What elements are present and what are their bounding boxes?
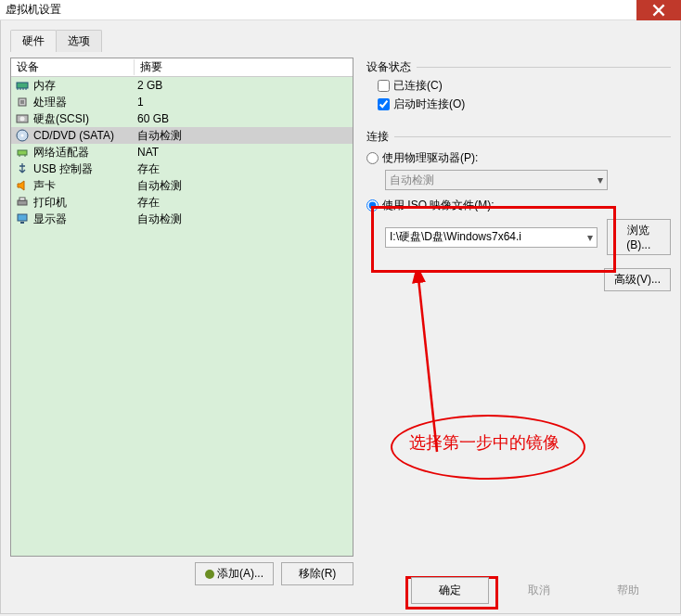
iso-label: 使用 ISO 映像文件(M): — [382, 198, 495, 213]
help-button[interactable]: 帮助 — [589, 578, 667, 603]
net-icon — [15, 146, 30, 159]
physical-radio[interactable] — [366, 152, 379, 164]
physical-select: 自动检测 ▾ — [385, 170, 608, 190]
chevron-down-icon: ▾ — [597, 173, 603, 186]
connected-label: 已连接(C) — [393, 78, 443, 94]
iso-radio[interactable] — [366, 199, 379, 212]
footer: 确定 取消 帮助 — [411, 577, 667, 604]
connected-checkbox[interactable] — [378, 80, 390, 92]
header-device: 设备 — [11, 59, 135, 75]
svg-rect-8 — [18, 200, 27, 205]
poweron-checkbox[interactable] — [378, 98, 390, 110]
physical-label: 使用物理驱动器(P): — [382, 150, 478, 166]
device-row[interactable]: 处理器1 — [11, 94, 353, 110]
device-row[interactable]: 内存2 GB — [11, 77, 353, 94]
device-summary: 自动检测 — [137, 128, 353, 144]
iso-path-select[interactable]: I:\硬盘\D盘\Windows7x64.i ▾ — [385, 227, 597, 248]
chevron-down-icon[interactable]: ▾ — [587, 231, 593, 244]
advanced-button[interactable]: 高级(V)... — [604, 268, 671, 291]
device-summary: 自动检测 — [137, 178, 353, 194]
display-icon — [15, 212, 30, 225]
ok-button[interactable]: 确定 — [411, 577, 489, 604]
device-header: 设备 摘要 — [11, 58, 353, 77]
cancel-button[interactable]: 取消 — [500, 578, 578, 603]
svg-rect-9 — [19, 198, 25, 200]
device-name: 显示器 — [33, 212, 137, 227]
device-name: 硬盘(SCSI) — [33, 111, 137, 127]
titlebar: 虚拟机设置 — [0, 0, 681, 20]
remove-button[interactable]: 移除(R) — [281, 562, 353, 585]
device-summary: 存在 — [137, 161, 353, 177]
device-row[interactable]: 打印机存在 — [11, 194, 353, 211]
device-row[interactable]: USB 控制器存在 — [11, 160, 353, 177]
window-title: 虚拟机设置 — [6, 2, 61, 18]
svg-rect-0 — [17, 83, 28, 88]
svg-point-4 — [20, 117, 25, 122]
device-row[interactable]: CD/DVD (SATA)自动检测 — [11, 127, 353, 144]
device-row[interactable]: 声卡自动检测 — [11, 177, 353, 194]
device-summary: 存在 — [137, 195, 353, 211]
hdd-icon — [15, 112, 30, 125]
device-summary: NAT — [137, 146, 353, 159]
window-body: 硬件 选项 设备 摘要 内存2 GB处理器1硬盘(SCSI)60 GBCD/DV… — [0, 20, 681, 614]
device-rows: 内存2 GB处理器1硬盘(SCSI)60 GBCD/DVD (SATA)自动检测… — [11, 77, 353, 556]
device-table: 设备 摘要 内存2 GB处理器1硬盘(SCSI)60 GBCD/DVD (SAT… — [10, 58, 353, 557]
svg-rect-7 — [18, 150, 27, 155]
device-name: 内存 — [33, 78, 137, 94]
poweron-label: 启动时连接(O) — [393, 96, 465, 112]
left-panel: 设备 摘要 内存2 GB处理器1硬盘(SCSI)60 GBCD/DVD (SAT… — [10, 58, 353, 585]
device-name: 打印机 — [33, 195, 137, 211]
device-name: 处理器 — [33, 95, 137, 110]
svg-rect-10 — [18, 214, 27, 221]
device-summary: 60 GB — [137, 112, 353, 125]
device-summary: 1 — [137, 96, 353, 109]
svg-rect-2 — [20, 100, 24, 104]
cpu-icon — [15, 96, 30, 109]
device-name: 声卡 — [33, 178, 137, 194]
tab-hardware[interactable]: 硬件 — [10, 30, 57, 52]
device-name: CD/DVD (SATA) — [33, 129, 137, 142]
cd-icon — [15, 129, 30, 142]
right-panel: 设备状态 已连接(C) 启动时连接(O) 连接 使用物理驱动器(P): 自动检测… — [366, 58, 671, 585]
device-row[interactable]: 显示器自动检测 — [11, 211, 353, 227]
device-name: USB 控制器 — [33, 161, 137, 177]
close-icon — [652, 4, 665, 17]
device-name: 网络适配器 — [33, 145, 137, 160]
device-summary: 自动检测 — [137, 212, 353, 227]
sound-icon — [15, 179, 30, 192]
tab-bar: 硬件 选项 — [10, 30, 671, 52]
printer-icon — [15, 196, 30, 209]
tab-options[interactable]: 选项 — [56, 30, 102, 52]
device-row[interactable]: 硬盘(SCSI)60 GB — [11, 110, 353, 127]
iso-path-value: I:\硬盘\D盘\Windows7x64.i — [390, 229, 521, 245]
connection-title: 连接 — [366, 129, 389, 145]
memory-icon — [15, 79, 30, 92]
close-button[interactable] — [636, 0, 681, 20]
add-button[interactable]: 添加(A)... — [195, 562, 274, 585]
browse-button[interactable]: 浏览(B)... — [607, 219, 672, 255]
device-summary: 2 GB — [137, 79, 353, 92]
device-row[interactable]: 网络适配器NAT — [11, 144, 353, 160]
header-summary: 摘要 — [135, 59, 353, 75]
status-title: 设备状态 — [366, 59, 411, 75]
svg-point-6 — [21, 135, 24, 137]
usb-icon — [15, 162, 30, 175]
